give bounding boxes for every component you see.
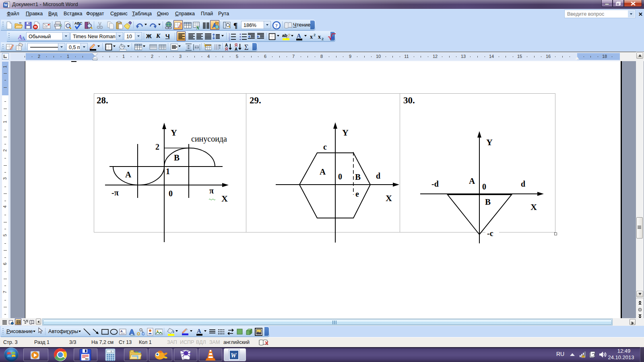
svg-text:A: A bbox=[297, 33, 301, 39]
svg-text:А: А bbox=[235, 47, 237, 51]
svg-text:2: 2 bbox=[322, 37, 324, 41]
svg-text:W: W bbox=[4, 3, 8, 7]
svg-text:α: α bbox=[331, 34, 334, 40]
svg-text:Σ: Σ bbox=[244, 43, 248, 51]
svg-text:3: 3 bbox=[229, 38, 230, 41]
svg-text:x: x bbox=[318, 34, 321, 40]
svg-text:?: ? bbox=[275, 23, 278, 29]
svg-text:W: W bbox=[231, 352, 237, 359]
svg-text:2: 2 bbox=[314, 33, 316, 37]
svg-text:Я: Я bbox=[225, 47, 228, 51]
svg-text:ABC: ABC bbox=[74, 21, 83, 25]
svg-text:!: ! bbox=[582, 355, 583, 358]
svg-text:¶: ¶ bbox=[233, 21, 237, 30]
svg-text:x: x bbox=[310, 34, 313, 40]
svg-text:A: A bbox=[197, 328, 201, 334]
svg-text:A: A bbox=[120, 329, 123, 333]
svg-text:64: 64 bbox=[85, 358, 89, 360]
svg-text:X: X bbox=[196, 25, 200, 30]
